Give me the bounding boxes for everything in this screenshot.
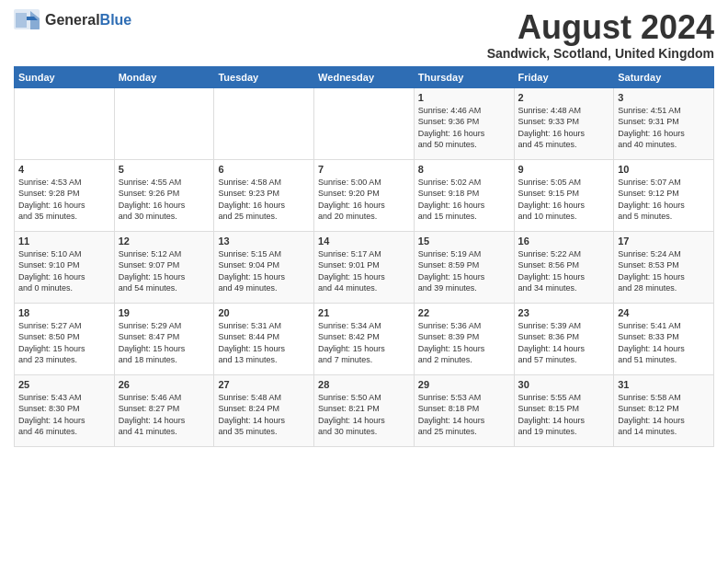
day-number: 24 [618,307,710,318]
calendar-cell: 16Sunrise: 5:22 AMSunset: 8:56 PMDayligh… [514,231,614,303]
day-info: Sunrise: 5:27 AMSunset: 8:50 PMDaylight:… [18,320,110,366]
day-info: Sunrise: 5:05 AMSunset: 9:15 PMDaylight:… [518,177,610,223]
logo: General Blue [14,9,131,31]
calendar-cell: 7Sunrise: 5:00 AMSunset: 9:20 PMDaylight… [314,159,415,231]
day-info: Sunrise: 5:41 AMSunset: 8:33 PMDaylight:… [618,320,710,366]
calendar-cell: 1Sunrise: 4:46 AMSunset: 9:36 PMDaylight… [414,87,514,159]
calendar-cell: 24Sunrise: 5:41 AMSunset: 8:33 PMDayligh… [614,303,714,374]
day-number: 23 [518,307,610,318]
day-info: Sunrise: 4:55 AMSunset: 9:26 PMDaylight:… [119,177,210,223]
day-info: Sunrise: 5:46 AMSunset: 8:27 PMDaylight:… [119,392,210,438]
day-info: Sunrise: 5:36 AMSunset: 8:39 PMDaylight:… [418,320,510,366]
month-title: August 2024 [487,9,714,46]
week-row-4: 25Sunrise: 5:43 AMSunset: 8:30 PMDayligh… [15,374,714,446]
day-number: 21 [318,307,410,318]
day-number: 7 [318,164,410,175]
day-info: Sunrise: 5:22 AMSunset: 8:56 PMDaylight:… [518,248,610,294]
day-info: Sunrise: 5:24 AMSunset: 8:53 PMDaylight:… [618,248,710,294]
calendar-cell: 28Sunrise: 5:50 AMSunset: 8:21 PMDayligh… [314,374,415,446]
calendar-cell: 18Sunrise: 5:27 AMSunset: 8:50 PMDayligh… [15,303,115,374]
header-row: Sunday Monday Tuesday Wednesday Thursday… [15,66,714,87]
calendar-cell: 22Sunrise: 5:36 AMSunset: 8:39 PMDayligh… [414,303,514,374]
week-row-0: 1Sunrise: 4:46 AMSunset: 9:36 PMDaylight… [15,87,714,159]
calendar-cell: 5Sunrise: 4:55 AMSunset: 9:26 PMDaylight… [114,159,214,231]
page-container: General Blue August 2024 Sandwick, Scotl… [0,0,728,454]
week-row-3: 18Sunrise: 5:27 AMSunset: 8:50 PMDayligh… [15,303,714,374]
calendar-cell: 12Sunrise: 5:12 AMSunset: 9:07 PMDayligh… [114,231,214,303]
day-number: 27 [218,379,310,390]
logo-icon [14,9,41,31]
day-info: Sunrise: 4:58 AMSunset: 9:23 PMDaylight:… [218,177,310,223]
calendar-cell: 4Sunrise: 4:53 AMSunset: 9:28 PMDaylight… [15,159,115,231]
day-info: Sunrise: 5:19 AMSunset: 8:59 PMDaylight:… [418,248,510,294]
calendar-cell [15,87,115,159]
week-row-1: 4Sunrise: 4:53 AMSunset: 9:28 PMDaylight… [15,159,714,231]
calendar-cell: 26Sunrise: 5:46 AMSunset: 8:27 PMDayligh… [114,374,214,446]
day-number: 6 [218,164,310,175]
day-info: Sunrise: 5:48 AMSunset: 8:24 PMDaylight:… [218,392,310,438]
calendar-cell: 15Sunrise: 5:19 AMSunset: 8:59 PMDayligh… [414,231,514,303]
calendar-cell [114,87,214,159]
col-monday: Monday [114,66,214,87]
calendar-table: Sunday Monday Tuesday Wednesday Thursday… [14,66,714,447]
day-info: Sunrise: 5:34 AMSunset: 8:42 PMDaylight:… [318,320,410,366]
day-info: Sunrise: 5:43 AMSunset: 8:30 PMDaylight:… [18,392,110,438]
day-number: 5 [119,164,210,175]
calendar-cell: 9Sunrise: 5:05 AMSunset: 9:15 PMDaylight… [514,159,614,231]
col-sunday: Sunday [15,66,115,87]
calendar-cell: 19Sunrise: 5:29 AMSunset: 8:47 PMDayligh… [114,303,214,374]
day-number: 13 [218,236,310,247]
day-number: 29 [418,379,510,390]
day-info: Sunrise: 5:53 AMSunset: 8:18 PMDaylight:… [418,392,510,438]
day-number: 15 [418,236,510,247]
calendar-cell: 30Sunrise: 5:55 AMSunset: 8:15 PMDayligh… [514,374,614,446]
day-info: Sunrise: 5:12 AMSunset: 9:07 PMDaylight:… [119,248,210,294]
header: General Blue August 2024 Sandwick, Scotl… [14,9,714,61]
day-info: Sunrise: 5:15 AMSunset: 9:04 PMDaylight:… [218,248,310,294]
day-info: Sunrise: 5:10 AMSunset: 9:10 PMDaylight:… [18,248,110,294]
day-number: 30 [518,379,610,390]
calendar-cell: 8Sunrise: 5:02 AMSunset: 9:18 PMDaylight… [414,159,514,231]
day-info: Sunrise: 4:53 AMSunset: 9:28 PMDaylight:… [18,177,110,223]
location-subtitle: Sandwick, Scotland, United Kingdom [487,46,714,61]
calendar-cell: 13Sunrise: 5:15 AMSunset: 9:04 PMDayligh… [214,231,314,303]
title-block: August 2024 Sandwick, Scotland, United K… [487,9,714,61]
calendar-cell [214,87,314,159]
calendar-cell: 25Sunrise: 5:43 AMSunset: 8:30 PMDayligh… [15,374,115,446]
logo-text: General Blue [45,12,131,29]
day-number: 14 [318,236,410,247]
day-info: Sunrise: 5:17 AMSunset: 9:01 PMDaylight:… [318,248,410,294]
calendar-cell: 31Sunrise: 5:58 AMSunset: 8:12 PMDayligh… [614,374,714,446]
day-info: Sunrise: 5:31 AMSunset: 8:44 PMDaylight:… [218,320,310,366]
calendar-cell: 6Sunrise: 4:58 AMSunset: 9:23 PMDaylight… [214,159,314,231]
col-wednesday: Wednesday [314,66,415,87]
col-tuesday: Tuesday [214,66,314,87]
day-info: Sunrise: 5:39 AMSunset: 8:36 PMDaylight:… [518,320,610,366]
day-info: Sunrise: 5:58 AMSunset: 8:12 PMDaylight:… [618,392,710,438]
col-thursday: Thursday [414,66,514,87]
calendar-cell: 14Sunrise: 5:17 AMSunset: 9:01 PMDayligh… [314,231,415,303]
calendar-cell: 29Sunrise: 5:53 AMSunset: 8:18 PMDayligh… [414,374,514,446]
day-number: 8 [418,164,510,175]
calendar-cell: 3Sunrise: 4:51 AMSunset: 9:31 PMDaylight… [614,87,714,159]
day-number: 3 [618,92,710,103]
day-info: Sunrise: 5:00 AMSunset: 9:20 PMDaylight:… [318,177,410,223]
week-row-2: 11Sunrise: 5:10 AMSunset: 9:10 PMDayligh… [15,231,714,303]
day-number: 26 [119,379,210,390]
col-saturday: Saturday [614,66,714,87]
calendar-cell: 27Sunrise: 5:48 AMSunset: 8:24 PMDayligh… [214,374,314,446]
calendar-cell: 2Sunrise: 4:48 AMSunset: 9:33 PMDaylight… [514,87,614,159]
day-info: Sunrise: 4:51 AMSunset: 9:31 PMDaylight:… [618,105,710,151]
col-friday: Friday [514,66,614,87]
day-info: Sunrise: 5:02 AMSunset: 9:18 PMDaylight:… [418,177,510,223]
day-number: 25 [18,379,110,390]
day-number: 17 [618,236,710,247]
day-number: 28 [318,379,410,390]
calendar-cell: 17Sunrise: 5:24 AMSunset: 8:53 PMDayligh… [614,231,714,303]
calendar-cell [314,87,415,159]
day-info: Sunrise: 5:55 AMSunset: 8:15 PMDaylight:… [518,392,610,438]
day-info: Sunrise: 5:29 AMSunset: 8:47 PMDaylight:… [119,320,210,366]
calendar-cell: 10Sunrise: 5:07 AMSunset: 9:12 PMDayligh… [614,159,714,231]
day-number: 31 [618,379,710,390]
day-info: Sunrise: 5:07 AMSunset: 9:12 PMDaylight:… [618,177,710,223]
